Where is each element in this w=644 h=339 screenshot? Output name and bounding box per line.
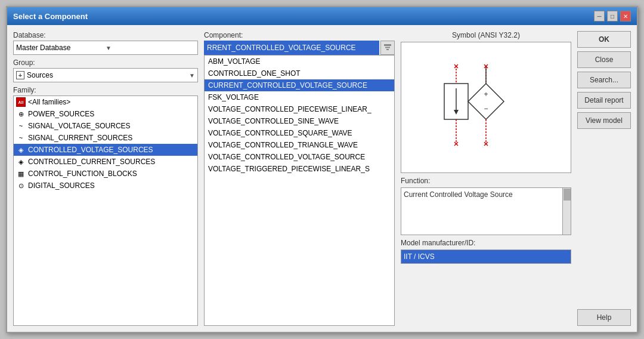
family-item-label: SIGNAL_CURRENT_SOURCES bbox=[28, 134, 132, 142]
database-label: Database: bbox=[13, 31, 198, 39]
group-section: Group: + Sources ▼ bbox=[13, 58, 198, 82]
select-component-window: Select a Component ─ □ ✕ Database: Maste… bbox=[6, 6, 638, 333]
family-section: Family: All<All families>⊕POWER_SOURCES~… bbox=[13, 86, 198, 326]
family-item-icon: ~ bbox=[16, 121, 26, 131]
help-button[interactable]: Help bbox=[577, 309, 631, 326]
component-label: Component: bbox=[204, 31, 395, 39]
family-item-label: CONTROL_FUNCTION_BLOCKS bbox=[28, 170, 137, 178]
database-dropdown[interactable]: Master Database ▼ bbox=[13, 41, 198, 55]
title-bar: Select a Component ─ □ ✕ bbox=[7, 7, 637, 25]
family-item-icon: All bbox=[16, 97, 26, 107]
svg-rect-1 bbox=[385, 47, 390, 48]
close-dialog-button[interactable]: Close bbox=[577, 51, 631, 68]
component-item[interactable]: CONTROLLED_ONE_SHOT bbox=[205, 67, 394, 79]
component-filter-button[interactable] bbox=[380, 41, 395, 55]
family-item-label: CONTROLLED_VOLTAGE_SOURCES bbox=[28, 146, 153, 154]
svg-text:−: − bbox=[484, 104, 488, 113]
symbol-label: Symbol (ANSI Y32.2) bbox=[401, 31, 571, 39]
filter-icon bbox=[383, 44, 392, 52]
search-button[interactable]: Search... bbox=[577, 72, 631, 88]
right-panel: Symbol (ANSI Y32.2) bbox=[401, 31, 571, 326]
family-item-controlled-voltage[interactable]: ◈CONTROLLED_VOLTAGE_SOURCES bbox=[14, 144, 197, 156]
component-list[interactable]: ABM_VOLTAGECONTROLLED_ONE_SHOTCURRENT_CO… bbox=[204, 55, 395, 326]
group-arrow-icon: ▼ bbox=[189, 72, 195, 79]
component-search-row bbox=[204, 41, 395, 55]
family-item-digital[interactable]: ⊙DIGITAL_SOURCES bbox=[14, 180, 197, 192]
svg-text:+: + bbox=[484, 90, 488, 98]
svg-marker-9 bbox=[468, 84, 504, 119]
function-scrollbar-thumb bbox=[564, 189, 571, 201]
family-item-icon: ◈ bbox=[16, 157, 26, 167]
group-value: Sources bbox=[27, 71, 187, 79]
family-item-label: SIGNAL_VOLTAGE_SOURCES bbox=[28, 122, 131, 130]
left-panel: Database: Master Database ▼ Group: + Sou… bbox=[13, 31, 198, 326]
content-area: Database: Master Database ▼ Group: + Sou… bbox=[7, 25, 637, 332]
family-item-controlled-current[interactable]: ◈CONTROLLED_CURRENT_SOURCES bbox=[14, 156, 197, 168]
window-title: Select a Component bbox=[13, 12, 88, 21]
component-item[interactable]: CURRENT_CONTROLLED_VOLTAGE_SOURCE bbox=[205, 79, 394, 91]
group-expand-icon[interactable]: + bbox=[16, 71, 24, 79]
family-item-control-function[interactable]: ▦CONTROL_FUNCTION_BLOCKS bbox=[14, 168, 197, 180]
component-item[interactable]: VOLTAGE_CONTROLLED_PIECEWISE_LINEAR_ bbox=[205, 103, 394, 115]
window-controls: ─ □ ✕ bbox=[594, 11, 631, 21]
component-item[interactable]: VOLTAGE_CONTROLLED_SINE_WAVE bbox=[205, 115, 394, 127]
component-item[interactable]: FSK_VOLTAGE bbox=[205, 91, 394, 103]
family-item-label: <All families> bbox=[28, 98, 70, 106]
function-section: Function: Current Controlled Voltage Sou… bbox=[401, 177, 571, 235]
family-item-all[interactable]: All<All families> bbox=[14, 96, 197, 108]
database-section: Database: Master Database ▼ bbox=[13, 31, 198, 55]
buttons-panel: OK Close Search... Detail report View mo… bbox=[577, 31, 631, 326]
family-item-icon: ▦ bbox=[16, 169, 26, 178]
family-item-power[interactable]: ⊕POWER_SOURCES bbox=[14, 108, 197, 120]
function-box: Current Controlled Voltage Source bbox=[401, 187, 571, 235]
family-item-label: CONTROLLED_CURRENT_SOURCES bbox=[28, 158, 155, 166]
component-item[interactable]: VOLTAGE_CONTROLLED_SQUARE_WAVE bbox=[205, 127, 394, 139]
component-item[interactable]: VOLTAGE_CONTROLLED_TRIANGLE_WAVE bbox=[205, 139, 394, 151]
family-list[interactable]: All<All families>⊕POWER_SOURCES~SIGNAL_V… bbox=[13, 95, 198, 326]
function-label: Function: bbox=[401, 177, 571, 185]
model-section: Model manufacturer/ID: IIT / ICVS bbox=[401, 239, 571, 264]
maximize-button[interactable]: □ bbox=[607, 11, 618, 21]
family-item-icon: ◈ bbox=[16, 145, 26, 155]
close-button[interactable]: ✕ bbox=[620, 11, 631, 21]
model-label: Model manufacturer/ID: bbox=[401, 239, 571, 247]
component-item[interactable]: VOLTAGE_TRIGGERED_PIECEWISE_LINEAR_S bbox=[205, 163, 394, 175]
family-item-icon: ⊕ bbox=[16, 109, 26, 119]
svg-rect-2 bbox=[386, 49, 389, 50]
database-arrow-icon: ▼ bbox=[106, 45, 195, 51]
detail-report-button[interactable]: Detail report bbox=[577, 92, 631, 109]
family-item-signal-voltage[interactable]: ~SIGNAL_VOLTAGE_SOURCES bbox=[14, 120, 197, 132]
symbol-section: Symbol (ANSI Y32.2) bbox=[401, 31, 571, 173]
group-dropdown[interactable]: + Sources ▼ bbox=[13, 68, 198, 82]
family-label: Family: bbox=[13, 86, 198, 94]
component-search-input[interactable] bbox=[204, 41, 379, 55]
svg-rect-0 bbox=[384, 44, 391, 46]
family-item-signal-current[interactable]: ~SIGNAL_CURRENT_SOURCES bbox=[14, 132, 197, 144]
component-item[interactable]: ABM_VOLTAGE bbox=[205, 56, 394, 67]
family-item-label: POWER_SOURCES bbox=[28, 110, 94, 118]
function-scrollbar[interactable] bbox=[562, 188, 571, 235]
database-value: Master Database bbox=[16, 44, 106, 52]
family-item-icon: ~ bbox=[16, 133, 26, 143]
view-model-button[interactable]: View model bbox=[577, 112, 631, 129]
button-spacer bbox=[577, 132, 631, 306]
symbol-svg: + − bbox=[426, 48, 546, 167]
model-box: IIT / ICVS bbox=[401, 249, 571, 264]
component-item[interactable]: VOLTAGE_CONTROLLED_VOLTAGE_SOURCE bbox=[205, 151, 394, 163]
family-item-icon: ⊙ bbox=[16, 181, 26, 190]
minimize-button[interactable]: ─ bbox=[594, 11, 605, 21]
family-item-label: DIGITAL_SOURCES bbox=[28, 181, 95, 190]
ok-button[interactable]: OK bbox=[577, 31, 631, 48]
model-value: IIT / ICVS bbox=[404, 252, 435, 261]
symbol-box: + − bbox=[401, 42, 571, 173]
component-section: Component: ABM_VOLTAGECONTROLLED_ONE_SHO… bbox=[204, 31, 395, 326]
function-text: Current Controlled Voltage Source bbox=[404, 190, 568, 199]
group-label: Group: bbox=[13, 58, 198, 67]
middle-panel: Component: ABM_VOLTAGECONTROLLED_ONE_SHO… bbox=[204, 31, 395, 326]
